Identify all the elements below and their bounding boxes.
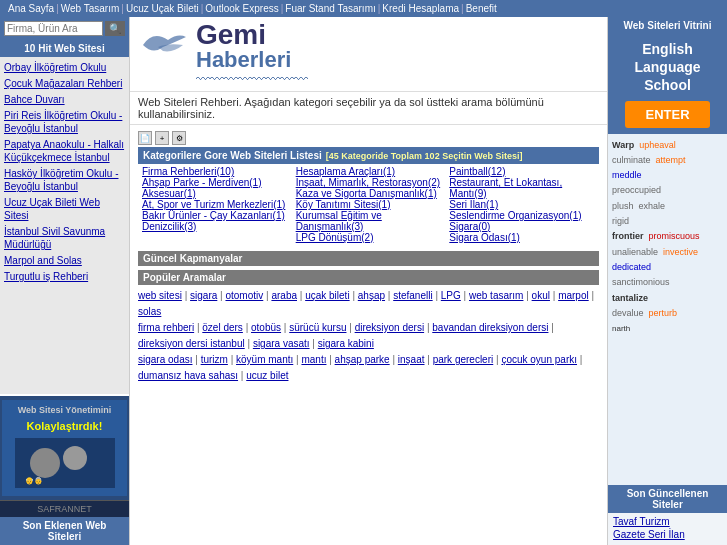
pop-link-11[interactable]: solas — [138, 306, 161, 317]
pop-link-24[interactable]: mantı — [301, 354, 326, 365]
svg-point-1 — [30, 448, 60, 478]
pop-link-25[interactable]: ahşap parke — [335, 354, 390, 365]
left-link-8[interactable]: Marpol and Solas — [4, 254, 125, 267]
pop-link-15[interactable]: sürücü kursu — [289, 322, 346, 333]
cat-link-c1-3[interactable]: At, Spor ve Turizm Merkezleri(1) — [142, 199, 285, 210]
pop-link-16[interactable]: direksiyon dersi — [355, 322, 424, 333]
cat-header-count: [45 Kategoride Toplam 102 Seçitin Web Si… — [326, 151, 523, 161]
cat-link-c2-4[interactable]: Kurumsal Eğitim ve Danışmanlık(3) — [296, 210, 382, 232]
right-sidebar: Web Siteleri Vitrini English Language Sc… — [607, 17, 727, 545]
search-button[interactable]: 🔍 — [105, 21, 125, 36]
pop-link-26[interactable]: inşaat — [398, 354, 425, 365]
left-link-2[interactable]: Bahce Duvarı — [4, 93, 125, 106]
promo-image: 👴👵 — [15, 438, 115, 488]
left-link-4[interactable]: Papatya Anaokulu - Halkalı Küçükçekmece … — [4, 138, 125, 164]
cat-col2: Hesaplama Araçları(1) İnşaat, Mimarlık, … — [292, 164, 446, 245]
enter-button[interactable]: ENTER — [625, 101, 711, 128]
pop-link-9[interactable]: okul — [532, 290, 550, 301]
cat-link-c1-1[interactable]: Ahşap Parke - Merdiven(1) — [142, 177, 262, 188]
cat-link-c2-0[interactable]: Hesaplama Araçları(1) — [296, 166, 395, 177]
left-link-5[interactable]: Hasköy İlköğretim Okulu - Beyoğlu İstanb… — [4, 167, 125, 193]
cat-link-c1-4[interactable]: Bakır Ürünler - Çay Kazanları(1) — [142, 210, 285, 221]
cat-link-c3-3[interactable]: Seslendirme Organizasyon(1) — [449, 210, 581, 221]
pop-link-2[interactable]: otomotiv — [225, 290, 263, 301]
cat-link-c3-5[interactable]: Sigara Odası(1) — [449, 232, 520, 243]
cat-link-c3-2[interactable]: Seri İlan(1) — [449, 199, 498, 210]
pop-link-4[interactable]: uçak bileti — [305, 290, 349, 301]
pop-link-5[interactable]: ahşap — [358, 290, 385, 301]
pop-link-21[interactable]: sigara odası — [138, 354, 192, 365]
pop-link-18[interactable]: direksiyon dersi istanbul — [138, 338, 245, 349]
pop-link-0[interactable]: web sitesi — [138, 290, 182, 301]
pop-link-28[interactable]: çocuk oyun parkı — [501, 354, 577, 365]
cat-link-c3-1[interactable]: Restaurant, Et Lokantası, Mantı(9) — [449, 177, 562, 199]
nav-outlook[interactable]: Outlook Express — [205, 3, 278, 14]
cat-link-c3-0[interactable]: Paintball(12) — [449, 166, 505, 177]
vocab-word-9: frontier — [612, 231, 644, 241]
top-navigation: Ana Sayfa | Web Tasarım | Ucuz Uçak Bile… — [0, 0, 727, 17]
pop-link-27[interactable]: park gerecleri — [433, 354, 494, 365]
nav-fuar[interactable]: Fuar Stand Tasarımı — [285, 3, 375, 14]
cat-link-c1-2[interactable]: Aksesuar(1) — [142, 188, 196, 199]
pop-link-30[interactable]: ucuz bilet — [246, 370, 288, 381]
logo-gemi: Gemi — [196, 21, 308, 49]
vocab-word-18: narth — [612, 324, 630, 333]
cat-link-c3-4[interactable]: Sigara(0) — [449, 221, 490, 232]
left-sidebar: 🔍 10 Hit Web Sitesi Orbay İlköğretim Oku… — [0, 17, 130, 545]
left-link-9[interactable]: Turgutlu iş Rehberi — [4, 270, 125, 283]
left-link-7[interactable]: İstanbul Sivil Savunma Müdürlüğü — [4, 225, 125, 251]
left-link-1[interactable]: Çocuk Mağazaları Rehberi — [4, 77, 125, 90]
safrannet-label: SAFRANNET — [0, 500, 129, 517]
search-input[interactable] — [4, 21, 103, 36]
pop-link-7[interactable]: LPG — [441, 290, 461, 301]
left-links: Orbay İlköğretim Okulu Çocuk Mağazaları … — [0, 57, 129, 394]
pop-link-22[interactable]: turizm — [201, 354, 228, 365]
cat-link-c2-5[interactable]: LPG Dönüşüm(2) — [296, 232, 374, 243]
cat-link-c2-1[interactable]: İnşaat, Mimarlık, Restorasyon(2) — [296, 177, 441, 188]
pop-link-12[interactable]: firma rehberi — [138, 322, 194, 333]
son-link-1[interactable]: Gazete Seri İlan — [613, 529, 722, 540]
promo-text-2: Kolaylaştırdık! — [6, 419, 123, 434]
left-link-3[interactable]: Piri Reis İlköğretim Okulu - Beyoğlu İst… — [4, 109, 125, 135]
cat-link-c1-0[interactable]: Firma Rehberleri(10) — [142, 166, 234, 177]
pop-link-3[interactable]: araba — [271, 290, 297, 301]
nav-web-tasarim[interactable]: Web Tasarım — [61, 3, 120, 14]
vocab-word-4: meddle — [612, 170, 642, 180]
svg-text:👴👵: 👴👵 — [25, 476, 43, 485]
pop-link-8[interactable]: web tasarım — [469, 290, 523, 301]
sidebar-promo: Web Sitesi Yönetimini Kolaylaştırdık! 👴👵 — [0, 394, 129, 500]
cat-header-label: Kategorilere Gore Web Siteleri Listesi — [143, 150, 322, 161]
pop-link-13[interactable]: özel ders — [202, 322, 243, 333]
pop-link-19[interactable]: sigara vasatı — [253, 338, 310, 349]
nav-ucuz-ucak[interactable]: Ucuz Uçak Bileti — [126, 3, 199, 14]
cat-link-c1-5[interactable]: Denizcilik(3) — [142, 221, 196, 232]
vocab-word-14: sanctimonious — [612, 277, 670, 287]
pop-link-23[interactable]: köyüm mantı — [236, 354, 293, 365]
nav-benefit[interactable]: Benefit — [466, 3, 497, 14]
left-link-6[interactable]: Ucuz Uçak Bileti Web Sitesi — [4, 196, 125, 222]
settings-icon[interactable]: ⚙ — [172, 131, 186, 145]
pop-link-20[interactable]: sigara kabini — [318, 338, 374, 349]
categories-section: 📄 + ⚙ Kategorilere Gore Web Siteleri Lis… — [130, 125, 607, 545]
cat-link-c2-2[interactable]: Kaza ve Sigorta Danışmanlık(1) — [296, 188, 437, 199]
promo-text-1: Web Sitesi Yönetimini — [6, 404, 123, 417]
english-school-box: English Language School ENTER — [608, 34, 727, 134]
nav-kredi[interactable]: Kredi Hesaplama — [382, 3, 459, 14]
vocab-word-6: plush — [612, 201, 634, 211]
add-icon[interactable]: + — [155, 131, 169, 145]
nav-ana-sayfa[interactable]: Ana Sayfa — [8, 3, 54, 14]
son-link-0[interactable]: Tavaf Turizm — [613, 516, 722, 527]
logo-area: Gemi Haberleri 〰〰〰〰〰〰〰〰 — [130, 17, 607, 92]
pop-link-1[interactable]: sigara — [190, 290, 217, 301]
pop-link-29[interactable]: dumansız hava sahası — [138, 370, 238, 381]
vocab-word-2: culminate — [612, 155, 651, 165]
bird-icon — [138, 25, 188, 65]
categories-header: Kategorilere Gore Web Siteleri Listesi [… — [138, 147, 599, 164]
pop-link-6[interactable]: stefanelli — [393, 290, 432, 301]
pop-link-14[interactable]: otobüs — [251, 322, 281, 333]
pop-link-10[interactable]: marpol — [558, 290, 589, 301]
cat-link-c2-3[interactable]: Köy Tanıtımı Sitesi(1) — [296, 199, 391, 210]
vocab-word-0: Warp — [612, 140, 634, 150]
left-link-0[interactable]: Orbay İlköğretim Okulu — [4, 61, 125, 74]
pop-link-17[interactable]: bavandan direksiyon dersi — [432, 322, 548, 333]
